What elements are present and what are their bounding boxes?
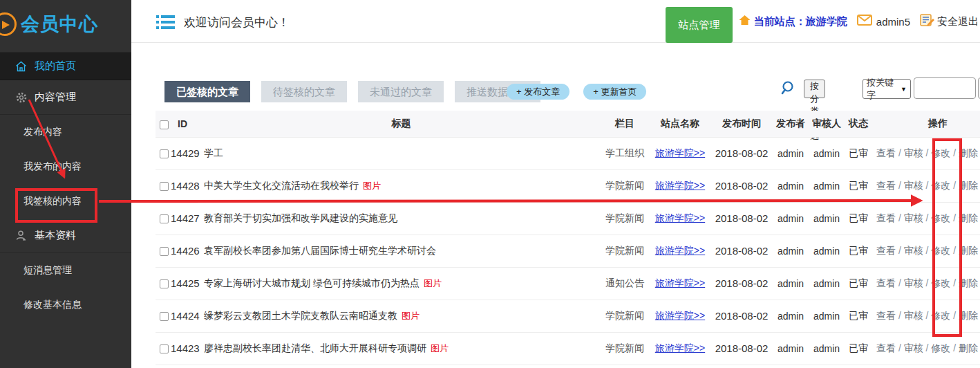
site-link[interactable]: 旅游学院>> [655,147,705,158]
delete-link[interactable]: 删除 [959,342,978,353]
row-title: 专家上海研讨大城市规划 绿色可持续城市仍为热点 [204,277,420,288]
review-link[interactable]: 审核 [904,212,923,223]
header-reviewer: 审核人 [809,111,845,137]
modify-link[interactable]: 修改 [931,342,950,353]
sidebar-item-messages[interactable]: 短消息管理 [0,253,131,288]
delete-link[interactable]: 删除 [959,310,978,321]
view-link[interactable]: 查看 [876,212,896,223]
row-id: 14426 [171,234,202,267]
review-link[interactable]: 审核 [904,180,923,191]
view-link[interactable]: 查看 [876,245,896,256]
sidebar-item-edit-profile[interactable]: 修改基本信息 [0,288,131,322]
username-label[interactable]: admin5 [876,16,910,28]
view-link[interactable]: 查看 [876,277,896,288]
row-publisher: admin [773,137,809,169]
sidebar-group-profile[interactable]: 基本资料 [0,219,131,253]
menu-toggle-icon[interactable] [156,15,175,33]
row-publisher: admin [773,202,809,234]
logout-label[interactable]: 安全退出 [937,15,979,28]
sidebar-item-home[interactable]: 我的首页 [0,53,131,80]
site-link[interactable]: 旅游学院>> [655,342,705,353]
modify-link[interactable]: 修改 [931,245,950,256]
row-title: 廖祥忠副校长率团赴清华、北师大开展科研专项调研 [204,342,426,353]
row-checkbox[interactable] [160,214,169,223]
delete-link[interactable]: 删除 [959,212,978,223]
sidebar-item-my-reviewed[interactable]: 我签核的内容 [0,184,131,219]
search-icon[interactable] [781,80,797,99]
modify-link[interactable]: 修改 [931,277,950,288]
publish-article-button[interactable]: + 发布文章 [507,84,569,100]
review-link[interactable]: 审核 [904,277,923,288]
row-id: 14428 [171,169,202,202]
site-link[interactable]: 旅游学院>> [655,180,705,191]
row-reviewer: admin [809,267,845,300]
sidebar-group-content[interactable]: 内容管理 [0,80,131,115]
header-id: ID [171,111,202,137]
update-homepage-button[interactable]: + 更新首页 [583,84,646,100]
quick-actions: + 发布文章 + 更新首页 [507,84,646,100]
review-link[interactable]: 审核 [904,310,923,321]
row-status: 已审 [845,137,872,169]
row-reviewer: admin [809,300,845,332]
delete-link[interactable]: 删除 [959,245,978,256]
view-link[interactable]: 查看 [876,342,896,353]
review-link[interactable]: 审核 [904,245,923,256]
tab-pending-articles[interactable]: 待签核的文章 [261,81,347,102]
sidebar-item-my-published[interactable]: 我发布的内容 [0,149,131,184]
row-reviewer: admin [809,234,845,267]
row-title: 教育部关于切实加强和改学风建设的实施意见 [204,212,397,223]
row-publisher: admin [773,267,809,300]
row-id: 14427 [171,202,202,234]
select-all-checkbox[interactable] [160,120,169,129]
site-link[interactable]: 旅游学院>> [655,245,705,256]
tab-rejected-articles[interactable]: 未通过的文章 [358,81,444,102]
site-manage-button[interactable]: 站点管理 [666,7,733,43]
sidebar-group-label: 内容管理 [35,91,76,104]
modify-link[interactable]: 修改 [931,310,950,321]
row-category: 学院新闻 [600,332,650,365]
row-publisher: admin [773,332,809,365]
review-link[interactable]: 审核 [904,147,923,158]
row-checkbox[interactable] [160,149,169,158]
sidebar-item-publish-content[interactable]: 发布内容 [0,115,131,149]
row-category: 学院新闻 [600,202,650,234]
search-input[interactable] [914,77,976,99]
view-link[interactable]: 查看 [876,310,896,321]
delete-link[interactable]: 删除 [959,277,978,288]
row-title: 学工 [204,147,223,158]
modify-link[interactable]: 修改 [931,147,950,158]
site-link[interactable]: 旅游学院>> [655,212,705,223]
keyword-select[interactable]: 按关键字 ▼ [863,79,911,99]
row-title: 中美大学生文化交流活动在我校举行 [204,180,359,191]
row-title: 缘梦彩云支教团土木学院支教队云南昭通支教 [204,310,397,321]
row-status: 已审 [845,267,872,300]
modify-link[interactable]: 修改 [931,212,950,223]
row-checkbox[interactable] [160,344,169,353]
row-checkbox[interactable] [160,182,169,191]
delete-link[interactable]: 删除 [959,180,978,191]
filter-by-category-button[interactable]: 按分类筛选 [804,80,825,98]
row-id: 14424 [171,300,202,332]
site-link[interactable]: 旅游学院>> [655,310,705,321]
view-link[interactable]: 查看 [876,147,896,158]
delete-link[interactable]: 删除 [959,147,978,158]
row-status: 已审 [845,300,872,332]
gear-icon [15,91,29,104]
table-row: 14423 廖祥忠副校长率团赴清华、北师大开展科研专项调研图片 学院新闻 旅游学… [156,332,980,365]
row-date: 2018-08-02 [710,202,773,234]
row-publisher: admin [773,169,809,202]
envelope-icon[interactable] [857,15,872,28]
site-link[interactable]: 旅游学院>> [655,277,705,288]
row-checkbox[interactable] [160,312,169,321]
review-link[interactable]: 审核 [904,342,923,353]
view-link[interactable]: 查看 [876,180,896,191]
header-date: 发布时间 [710,111,773,137]
row-checkbox[interactable] [160,279,169,288]
modify-link[interactable]: 修改 [931,180,950,191]
row-reviewer: admin [809,202,845,234]
row-publisher: admin [773,300,809,332]
logo-icon [0,12,17,36]
tab-reviewed-articles[interactable]: 已签核的文章 [164,81,250,102]
row-status: 已审 [845,332,872,365]
row-checkbox[interactable] [160,247,169,256]
